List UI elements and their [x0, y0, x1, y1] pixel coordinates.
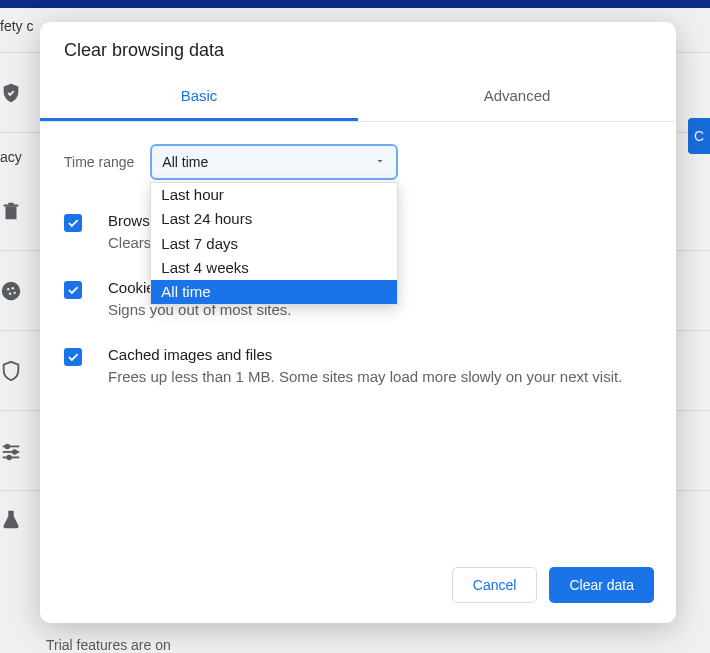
history-desc1: Clears [108, 232, 151, 253]
select-menu: Last hour Last 24 hours Last 7 days Last… [150, 182, 398, 305]
clear-data-button[interactable]: Clear data [549, 567, 654, 603]
cache-desc: Frees up less than 1 MB. Some sites may … [108, 366, 652, 387]
select-display[interactable]: All time [150, 144, 398, 180]
cache-title: Cached images and files [108, 346, 652, 363]
checkbox-history[interactable] [64, 214, 82, 232]
option-last-hour[interactable]: Last hour [151, 183, 397, 207]
option-last-7-days[interactable]: Last 7 days [151, 232, 397, 256]
clear-data-dialog: Clear browsing data Basic Advanced Time … [40, 22, 676, 623]
dialog-actions: Cancel Clear data [40, 551, 676, 623]
dialog-tabs: Basic Advanced [40, 73, 676, 122]
cancel-button[interactable]: Cancel [452, 567, 538, 603]
time-range-label: Time range [64, 154, 134, 170]
chevron-down-icon [374, 154, 386, 170]
time-range-row: Time range All time Last hour Last 24 ho… [40, 122, 676, 200]
select-value: All time [162, 154, 208, 170]
tab-advanced[interactable]: Advanced [358, 73, 676, 121]
dialog-title: Clear browsing data [40, 22, 676, 73]
option-cache: Cached images and files Frees up less th… [64, 334, 652, 401]
tab-basic[interactable]: Basic [40, 73, 358, 121]
checkbox-cache[interactable] [64, 348, 82, 366]
option-last-24-hours[interactable]: Last 24 hours [151, 207, 397, 231]
time-range-select[interactable]: All time Last hour Last 24 hours Last 7 … [150, 144, 398, 180]
option-all-time[interactable]: All time [151, 280, 397, 304]
checkbox-cookies[interactable] [64, 281, 82, 299]
option-last-4-weeks[interactable]: Last 4 weeks [151, 256, 397, 280]
